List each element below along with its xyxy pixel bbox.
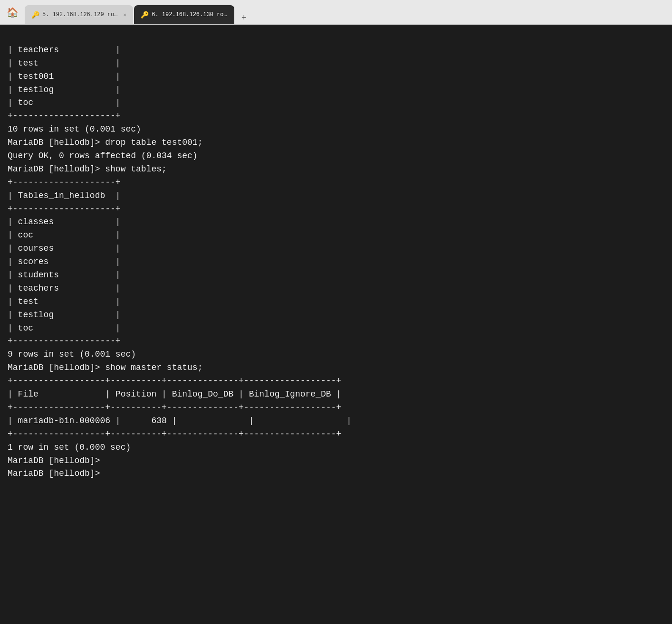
home-button[interactable]: 🏠 [4,4,21,21]
terminal-line: +--------------------+ [8,176,664,189]
terminal-line: +------------------+----------+---------… [8,375,664,388]
terminal-line: | classes | [8,216,664,229]
terminal-line: | test | [8,295,664,309]
terminal-line: +--------------------+ [8,335,664,348]
terminal-line: | toc | [8,322,664,335]
terminal-line: 1 row in set (0.000 sec) [8,441,664,454]
terminal-line: | teachers | [8,44,664,57]
terminal-line: | testlog | [8,309,664,322]
tab-2-label: 6. 192.168.126.130 rock-vmwarestatic [152,11,228,18]
terminal-line: | Tables_in_hellodb | [8,189,664,203]
terminal-line: +------------------+----------+---------… [8,401,664,415]
home-icon: 🏠 [7,7,19,18]
terminal-line: MariaDB [hellodb]> show master status; [8,361,664,375]
terminal-line: | testlog | [8,84,664,97]
terminal-line: MariaDB [hellodb]> drop table test001; [8,136,664,150]
terminal-line: | students | [8,269,664,282]
new-tab-button[interactable]: + [237,11,250,24]
terminal-line: MariaDB [hellodb]> [8,467,664,481]
terminal-line: 9 rows in set (0.001 sec) [8,348,664,361]
terminal-line: | test001 | [8,70,664,84]
terminal-line: | scores | [8,255,664,269]
tab-1-close[interactable]: ✕ [123,11,126,19]
terminal-line: | coc | [8,229,664,242]
terminal-line: | toc | [8,96,664,110]
terminal-line: MariaDB [hellodb]> [8,454,664,468]
terminal-line: | teachers | [8,282,664,295]
terminal-line: +--------------------+ [8,110,664,123]
terminal-line: Query OK, 0 rows affected (0.034 sec) [8,150,664,163]
tab-1-icon: 🔑 [31,11,39,19]
tabs-container: 🔑 5. 192.168.126.129 rock-vmwarestat ✕ 🔑… [25,0,250,24]
tab-1[interactable]: 🔑 5. 192.168.126.129 rock-vmwarestat ✕ [25,5,133,24]
tab-1-label: 5. 192.168.126.129 rock-vmwarestat [42,11,118,18]
terminal: | teachers || test || test001 || testlog… [0,25,672,624]
terminal-line: 10 rows in set (0.001 sec) [8,123,664,136]
terminal-line: | File | Position | Binlog_Do_DB | Binlo… [8,388,664,401]
tab-2[interactable]: 🔑 6. 192.168.126.130 rock-vmwarestatic [134,5,234,24]
terminal-line: MariaDB [hellodb]> show tables; [8,163,664,176]
tab-2-icon: 🔑 [141,11,149,19]
terminal-line: | test | [8,57,664,70]
terminal-line: +--------------------+ [8,203,664,216]
browser-chrome: 🏠 🔑 5. 192.168.126.129 rock-vmwarestat ✕… [0,0,672,25]
terminal-line: | courses | [8,242,664,255]
terminal-line: | mariadb-bin.000006 | 638 | | | [8,415,664,428]
terminal-line: +------------------+----------+---------… [8,428,664,441]
